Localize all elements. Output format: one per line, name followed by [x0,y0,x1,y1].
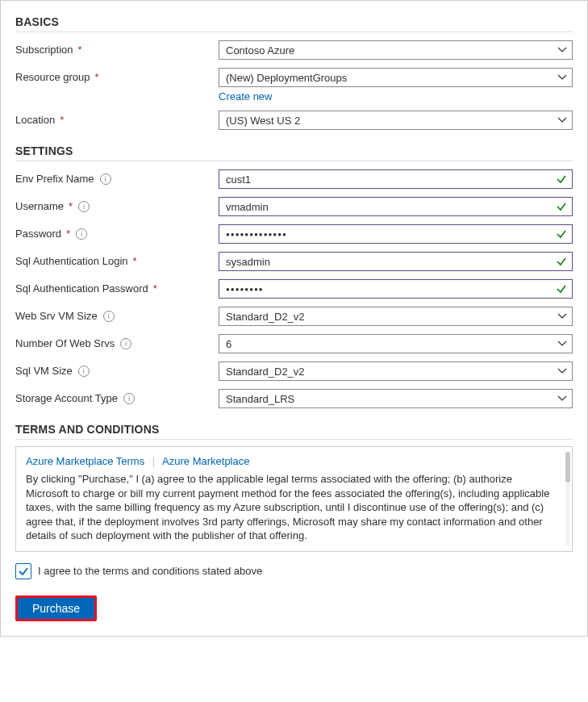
label-env-prefix: Env Prefix Name i [15,169,219,185]
label-text: Location [15,114,55,126]
sql-login-input[interactable]: sysadmin [219,252,573,271]
agree-checkbox[interactable] [15,563,31,579]
info-icon[interactable]: i [78,366,90,377]
info-icon[interactable]: i [103,311,115,322]
label-username: Username* i [15,197,219,212]
purchase-button-highlight: Purchase [15,595,97,621]
label-text: Username [15,200,64,212]
subscription-select[interactable]: Contoso Azure [219,40,573,60]
label-text: Resource group [15,71,90,83]
section-header-settings: SETTINGS [15,144,573,161]
input-value: sysadmin [226,256,270,268]
required-marker: * [78,44,82,56]
chevron-down-icon [557,45,567,55]
form-panel: BASICS Subscription* Contoso Azure Resou… [0,0,588,637]
input-value: cust1 [226,173,251,186]
sql-vm-size-select[interactable]: Standard_D2_v2 [219,361,573,381]
agree-label: I agree to the terms and conditions stat… [38,565,262,577]
label-sql-password: Sql Authentication Password* [15,279,219,295]
label-num-web-srvs: Number Of Web Srvs i [15,334,219,349]
label-web-vm-size: Web Srv VM Size i [15,307,219,322]
chevron-down-icon [557,366,567,376]
row-subscription: Subscription* Contoso Azure [15,40,573,60]
label-sql-vm-size: Sql VM Size i [15,361,219,377]
label-text: Password [15,228,61,240]
label-storage-type: Storage Account Type i [15,389,219,404]
required-marker: * [66,228,70,240]
info-icon[interactable]: i [76,228,87,240]
label-text: Web Srv VM Size [15,310,98,322]
required-marker: * [95,71,99,83]
select-value: Standard_LRS [226,393,294,405]
label-text: Env Prefix Name [15,173,94,185]
section-header-terms: TERMS AND CONDITIONS [15,423,573,440]
row-num-web-srvs: Number Of Web Srvs i 6 [15,334,573,353]
required-marker: * [133,255,137,267]
scrollbar-thumb[interactable] [565,452,570,483]
sql-password-input[interactable]: ●●●●●●●● [219,279,573,299]
chevron-down-icon [557,394,567,403]
section-settings: SETTINGS Env Prefix Name i cust1 Usernam… [15,144,573,408]
password-input[interactable]: ●●●●●●●●●●●●● [219,224,573,244]
row-env-prefix: Env Prefix Name i cust1 [15,169,573,189]
label-text: Number Of Web Srvs [15,337,115,349]
terms-tab-marketplace-terms[interactable]: Azure Marketplace Terms [26,455,144,467]
tab-separator: | [152,455,155,467]
label-text: Sql Authentication Password [15,282,148,295]
required-marker: * [60,114,64,126]
section-basics: BASICS Subscription* Contoso Azure Resou… [15,15,573,130]
num-web-srvs-select[interactable]: 6 [219,334,573,353]
label-sql-login: Sql Authentication Login* [15,252,219,267]
chevron-down-icon [557,73,567,82]
row-resource-group: Resource group* (New) DeploymentGroups C… [15,68,573,102]
env-prefix-input[interactable]: cust1 [219,169,573,189]
input-value: ●●●●●●●●●●●●● [226,231,287,238]
info-icon[interactable]: i [100,173,111,185]
select-value: (US) West US 2 [226,115,300,127]
check-icon [556,201,567,212]
select-value: (New) DeploymentGroups [226,72,347,84]
chevron-down-icon [557,311,567,321]
label-text: Sql VM Size [15,365,73,377]
create-new-link[interactable]: Create new [219,90,272,102]
terms-tab-marketplace[interactable]: Azure Marketplace [162,455,249,467]
info-icon[interactable]: i [78,201,90,212]
info-icon[interactable]: i [123,393,135,404]
row-sql-password: Sql Authentication Password* ●●●●●●●● [15,279,573,299]
input-value: vmadmin [226,201,269,213]
row-web-vm-size: Web Srv VM Size i Standard_D2_v2 [15,307,573,326]
location-select[interactable]: (US) West US 2 [219,111,573,130]
terms-tabs: Azure Marketplace Terms | Azure Marketpl… [26,455,557,467]
button-row: Purchase [15,595,573,621]
label-password: Password* i [15,224,219,240]
label-text: Sql Authentication Login [15,255,128,267]
row-password: Password* i ●●●●●●●●●●●●● [15,224,573,244]
terms-body-text: By clicking "Purchase," I (a) agree to t… [26,472,557,543]
label-text: Storage Account Type [15,392,118,404]
row-sql-login: Sql Authentication Login* sysadmin [15,252,573,271]
label-resource-group: Resource group* [15,68,219,83]
label-subscription: Subscription* [15,40,219,56]
row-location: Location* (US) West US 2 [15,111,573,130]
label-location: Location* [15,111,219,126]
check-icon [556,228,567,240]
check-icon [556,256,567,267]
label-text: Subscription [15,44,73,56]
input-value: ●●●●●●●● [226,286,264,293]
chevron-down-icon [557,339,567,349]
username-input[interactable]: vmadmin [219,197,573,216]
chevron-down-icon [557,115,567,125]
check-icon [556,173,567,185]
web-vm-size-select[interactable]: Standard_D2_v2 [219,307,573,326]
section-header-basics: BASICS [15,15,573,32]
info-icon[interactable]: i [120,338,131,349]
select-value: Standard_D2_v2 [226,366,305,378]
agree-row: I agree to the terms and conditions stat… [15,563,573,579]
resource-group-select[interactable]: (New) DeploymentGroups [219,68,573,87]
purchase-button[interactable]: Purchase [18,598,94,619]
section-terms: TERMS AND CONDITIONS Azure Marketplace T… [15,423,573,579]
terms-box: Azure Marketplace Terms | Azure Marketpl… [15,446,573,552]
required-marker: * [153,282,157,295]
required-marker: * [69,200,73,212]
storage-type-select[interactable]: Standard_LRS [219,389,573,408]
